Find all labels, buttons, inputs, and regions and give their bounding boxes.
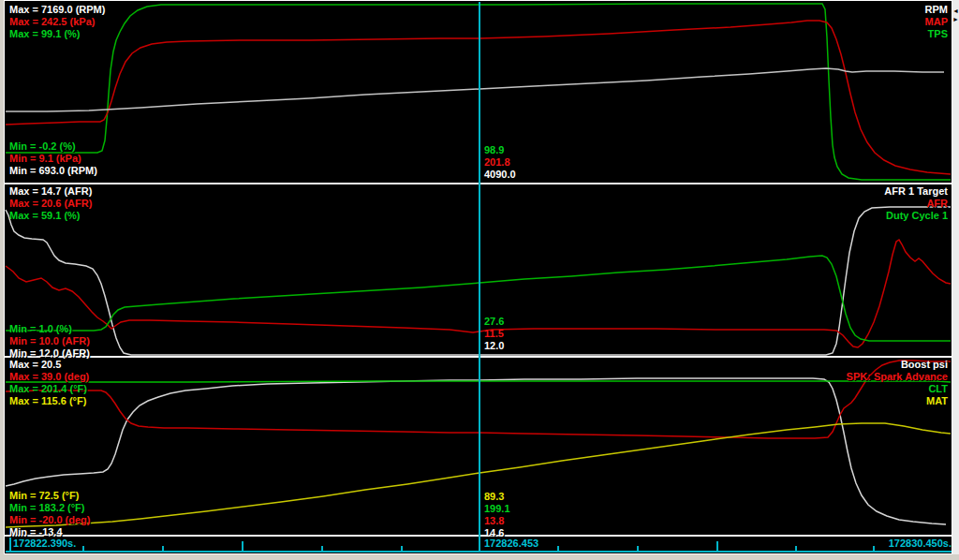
panel-2-min-labels: Min = 1.0 (%)Min = 10.0 (AFR)Min = 12.0 … xyxy=(9,323,90,360)
panel-1-min-labels: Min = -0.2 (%)Min = 9.1 (kPa)Min = 693.0… xyxy=(9,140,97,177)
panel-3-max-labels-item: Max = 201.4 (°F) xyxy=(9,383,89,395)
panel-3-legend: Boost psiSPK: Spark AdvanceCLTMAT xyxy=(847,359,948,407)
panel-2-legend: AFR 1 TargetAFRDuty Cycle 1 xyxy=(884,185,948,222)
panel-2-max-labels-item: Max = 20.6 (AFR) xyxy=(9,198,92,210)
axis-tick xyxy=(637,546,639,553)
panel-1-legend-item[interactable]: TPS xyxy=(925,28,948,40)
panel-3-cursor-values-item: 199.1 xyxy=(484,503,510,515)
axis-tick xyxy=(82,546,84,553)
panel-3-max-labels: Max = 20.5Max = 39.0 (deg)Max = 201.4 (°… xyxy=(9,359,89,407)
panel-3-cursor-values-item: 13.8 xyxy=(484,515,510,527)
right-scroll-strip: ◄ ► xyxy=(952,0,959,554)
panel-2-min-labels-item: Min = 1.0 (%) xyxy=(9,323,90,335)
panel-1-min-labels-item: Min = -0.2 (%) xyxy=(9,140,97,153)
panel-2-legend-item[interactable]: AFR xyxy=(884,198,948,210)
axis-tick xyxy=(401,546,403,553)
panel-3-min-labels-item: Min = 72.5 (°F) xyxy=(9,490,91,502)
window-bottom-edge xyxy=(0,554,959,560)
panel-3-max-labels-item: Max = 115.6 (°F) xyxy=(9,395,89,407)
panel-2-max-labels: Max = 14.7 (AFR)Max = 20.6 (AFR)Max = 59… xyxy=(9,185,92,222)
time-axis-cursor-label: 172826.453 xyxy=(484,538,539,549)
panel-2-max-labels-item: Max = 59.1 (%) xyxy=(9,210,92,222)
scroll-left-arrow-icon[interactable]: ◄ xyxy=(952,7,959,15)
panel-2-legend-item[interactable]: Duty Cycle 1 xyxy=(884,210,948,222)
panel-3-legend-item[interactable]: Boost psi xyxy=(847,359,948,371)
panel-1-cursor-values-item: 98.9 xyxy=(484,144,516,156)
panel-3-min-labels-item: Min = -20.0 (deg) xyxy=(9,514,91,526)
time-axis-start-label: 172822.390s. xyxy=(13,538,76,549)
axis-tick xyxy=(716,541,718,553)
panel-2-max-labels-item: Max = 14.7 (AFR) xyxy=(9,185,92,198)
axis-tick xyxy=(242,541,243,553)
panel-1-legend: RPMMAPTPS xyxy=(925,4,948,40)
log-viewer-window: Max = 7169.0 (RPM)Max = 242.5 (kPa)Max =… xyxy=(0,0,959,560)
panel-3-legend-item[interactable]: SPK: Spark Advance xyxy=(847,371,948,383)
axis-tick xyxy=(795,546,797,553)
time-axis-end-label: 172830.450s. xyxy=(889,538,952,549)
panel-1-max-labels-item: Max = 242.5 (kPa) xyxy=(9,16,105,28)
panel-1-legend-item[interactable]: MAP xyxy=(925,16,948,28)
scroll-right-arrow-icon[interactable]: ► xyxy=(952,15,959,23)
axis-tick xyxy=(557,546,559,553)
panel-3-legend-item[interactable]: MAT xyxy=(847,395,948,407)
panel-2-cursor-values-item: 11.5 xyxy=(484,328,504,340)
panel-2-cursor-values-item: 27.6 xyxy=(484,316,504,328)
panel-1-max-labels-item: Max = 7169.0 (RPM) xyxy=(9,4,105,16)
cursor-line[interactable] xyxy=(479,2,480,553)
axis-tick xyxy=(321,546,323,553)
panel-3-max-labels-item: Max = 20.5 xyxy=(9,359,89,371)
axis-tick xyxy=(162,546,164,553)
axis-tick xyxy=(9,538,11,553)
panel-2-cursor-values-item: 12.0 xyxy=(484,340,504,352)
axis-tick xyxy=(873,546,875,553)
panel-1-cursor-values: 98.9201.84090.0 xyxy=(484,144,516,181)
panel-2-legend-item[interactable]: AFR 1 Target xyxy=(884,185,948,198)
panel-2-cursor-values: 27.611.512.0 xyxy=(484,316,504,352)
panel-2-min-labels-item: Min = 10.0 (AFR) xyxy=(9,335,90,347)
panel-1-max-labels: Max = 7169.0 (RPM)Max = 242.5 (kPa)Max =… xyxy=(9,4,105,40)
panel-3-min-labels: Min = 72.5 (°F)Min = 183.2 (°F)Min = -20… xyxy=(9,490,91,538)
panel-3-cursor-values-item: 89.3 xyxy=(484,491,510,503)
panel-1-cursor-values-item: 4090.0 xyxy=(484,169,516,181)
panel-1-min-labels-item: Min = 9.1 (kPa) xyxy=(9,153,97,165)
panel-3-legend-item[interactable]: CLT xyxy=(847,383,948,395)
panel-1-min-labels-item: Min = 693.0 (RPM) xyxy=(9,165,97,177)
panel-3-min-labels-item: Min = 183.2 (°F) xyxy=(9,502,91,514)
panel-1-legend-item[interactable]: RPM xyxy=(925,4,948,16)
panel-3-max-labels-item: Max = 39.0 (deg) xyxy=(9,371,89,383)
panel-3-cursor-values: 89.3199.113.814.6 xyxy=(484,491,510,539)
panel-1-max-labels-item: Max = 99.1 (%) xyxy=(9,28,105,40)
panel-1-cursor-values-item: 201.8 xyxy=(484,156,516,169)
